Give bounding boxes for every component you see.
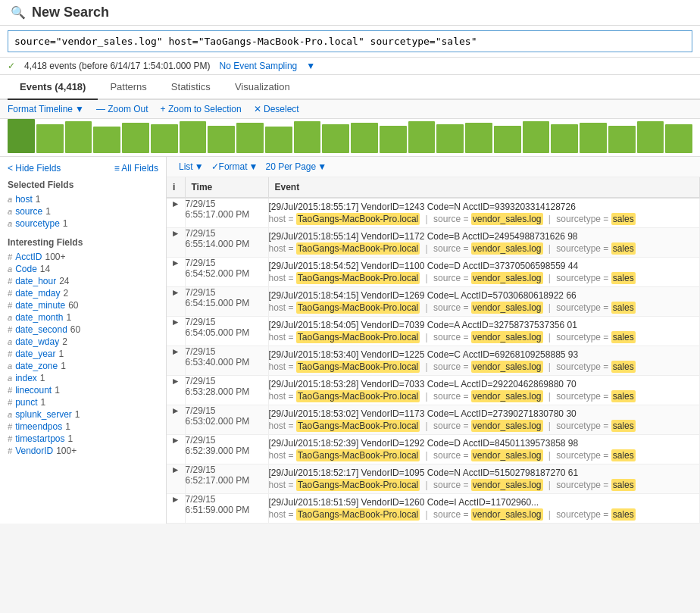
sampling-dropdown-icon[interactable]: ▼	[306, 61, 315, 71]
host-value[interactable]: TaoGangs-MacBook-Pro.local	[296, 213, 420, 225]
format-button[interactable]: ✓Format ▼	[211, 161, 258, 172]
source-value[interactable]: vendor_sales.log	[471, 420, 543, 432]
field-name-link[interactable]: AcctID	[15, 252, 42, 262]
hide-fields-button[interactable]: < Hide Fields	[8, 163, 61, 174]
field-name-link[interactable]: timeendpos	[15, 421, 62, 432]
timeline-segment[interactable]	[465, 123, 492, 153]
source-value[interactable]: vendor_sales.log	[471, 272, 543, 284]
timeline-segment[interactable]	[523, 121, 550, 153]
source-value[interactable]: vendor_sales.log	[471, 242, 543, 255]
source-value[interactable]: vendor_sales.log	[471, 331, 543, 343]
host-value[interactable]: TaoGangs-MacBook-Pro.local	[296, 331, 420, 343]
source-value[interactable]: vendor_sales.log	[471, 479, 543, 491]
field-name-link[interactable]: date_hour	[15, 276, 56, 286]
timeline-segment[interactable]	[380, 126, 407, 153]
field-name-link[interactable]: date_second	[15, 324, 67, 335]
host-value[interactable]: TaoGangs-MacBook-Pro.local	[296, 242, 420, 255]
host-value[interactable]: TaoGangs-MacBook-Pro.local	[296, 272, 420, 284]
row-expand-toggle[interactable]: ►	[167, 258, 185, 287]
per-page-dropdown-icon[interactable]: ▼	[317, 161, 327, 172]
timeline-segment[interactable]	[351, 123, 378, 153]
timeline-segment[interactable]	[665, 124, 692, 153]
field-name-link[interactable]: date_month	[15, 312, 63, 323]
timeline-segment[interactable]	[637, 121, 664, 153]
sales-value[interactable]: sales	[611, 449, 636, 461]
field-name-link[interactable]: date_wday	[15, 336, 59, 347]
timeline-segment[interactable]	[8, 119, 35, 153]
tab-visualization[interactable]: Visualization	[223, 75, 302, 100]
field-name-link[interactable]: date_year	[15, 349, 55, 359]
sales-value[interactable]: sales	[611, 508, 636, 521]
host-value[interactable]: TaoGangs-MacBook-Pro.local	[296, 302, 420, 314]
tab-statistics[interactable]: Statistics	[159, 75, 223, 100]
no-event-sampling[interactable]: No Event Sampling	[220, 61, 298, 71]
host-value[interactable]: TaoGangs-MacBook-Pro.local	[296, 361, 420, 373]
row-expand-toggle[interactable]: ►	[167, 435, 185, 464]
sales-value[interactable]: sales	[611, 331, 636, 343]
source-value[interactable]: vendor_sales.log	[471, 390, 543, 402]
timeline-segment[interactable]	[580, 123, 607, 153]
timeline-segment[interactable]	[294, 121, 321, 153]
tab-patterns[interactable]: Patterns	[98, 75, 158, 100]
host-value[interactable]: TaoGangs-MacBook-Pro.local	[296, 449, 420, 461]
source-value[interactable]: vendor_sales.log	[471, 302, 543, 314]
field-name-link[interactable]: date_mday	[15, 288, 60, 299]
format-timeline-button[interactable]: Format Timeline ▼	[8, 104, 84, 114]
field-name-link[interactable]: timestartpos	[15, 433, 64, 444]
timeline-segment[interactable]	[236, 123, 264, 153]
all-fields-button[interactable]: ≡ All Fields	[114, 163, 158, 174]
source-value[interactable]: vendor_sales.log	[471, 361, 543, 373]
row-expand-toggle[interactable]: ►	[167, 317, 185, 346]
tab-events[interactable]: Events (4,418)	[8, 75, 98, 100]
field-name-link[interactable]: date_minute	[15, 300, 65, 311]
field-name-link[interactable]: linecount	[15, 385, 52, 396]
search-input[interactable]	[8, 30, 692, 52]
source-value[interactable]: vendor_sales.log	[471, 449, 543, 461]
per-page-button[interactable]: 20 Per Page ▼	[265, 161, 327, 172]
source-value[interactable]: vendor_sales.log	[471, 213, 543, 225]
timeline-segment[interactable]	[122, 123, 149, 153]
field-name-link[interactable]: splunk_server	[15, 409, 72, 420]
field-name-link[interactable]: host	[15, 194, 33, 205]
timeline-segment[interactable]	[408, 121, 436, 153]
timeline-segment[interactable]	[436, 124, 464, 153]
row-expand-toggle[interactable]: ►	[167, 228, 185, 258]
zoom-out-button[interactable]: — Zoom Out	[96, 104, 148, 114]
timeline-segment[interactable]	[265, 127, 292, 153]
list-dropdown-icon[interactable]: ▼	[195, 161, 204, 172]
timeline-segment[interactable]	[551, 124, 578, 153]
row-expand-toggle[interactable]: ►	[167, 464, 185, 494]
format-dropdown-icon[interactable]: ▼	[249, 161, 258, 172]
timeline-segment[interactable]	[208, 126, 235, 153]
sales-value[interactable]: sales	[611, 242, 636, 255]
timeline-segment[interactable]	[180, 121, 207, 153]
row-expand-toggle[interactable]: ►	[167, 346, 185, 376]
deselect-button[interactable]: ✕ Deselect	[254, 104, 299, 114]
sales-value[interactable]: sales	[611, 302, 636, 314]
host-value[interactable]: TaoGangs-MacBook-Pro.local	[296, 479, 420, 491]
field-name-link[interactable]: VendorID	[15, 446, 53, 456]
timeline-segment[interactable]	[494, 126, 521, 153]
sales-value[interactable]: sales	[611, 479, 636, 491]
host-value[interactable]: TaoGangs-MacBook-Pro.local	[296, 420, 420, 432]
row-expand-toggle[interactable]: ►	[167, 287, 185, 317]
sales-value[interactable]: sales	[611, 361, 636, 373]
field-name-link[interactable]: punct	[15, 397, 37, 408]
timeline-segment[interactable]	[93, 127, 120, 153]
timeline-segment[interactable]	[151, 124, 178, 153]
row-expand-toggle[interactable]: ►	[167, 376, 185, 405]
zoom-selection-button[interactable]: + Zoom to Selection	[161, 104, 242, 114]
host-value[interactable]: TaoGangs-MacBook-Pro.local	[296, 508, 420, 521]
timeline-segment[interactable]	[322, 124, 349, 153]
field-name-link[interactable]: source	[15, 206, 42, 217]
row-expand-toggle[interactable]: ►	[167, 405, 185, 435]
row-expand-toggle[interactable]: ►	[167, 198, 185, 228]
field-name-link[interactable]: Code	[15, 264, 37, 274]
list-button[interactable]: List ▼	[179, 161, 204, 172]
row-expand-toggle[interactable]: ►	[167, 494, 185, 524]
field-name-link[interactable]: index	[15, 373, 37, 383]
sales-value[interactable]: sales	[611, 390, 636, 402]
host-value[interactable]: TaoGangs-MacBook-Pro.local	[296, 390, 420, 402]
timeline-segment[interactable]	[65, 121, 92, 153]
field-name-link[interactable]: date_zone	[15, 361, 58, 371]
